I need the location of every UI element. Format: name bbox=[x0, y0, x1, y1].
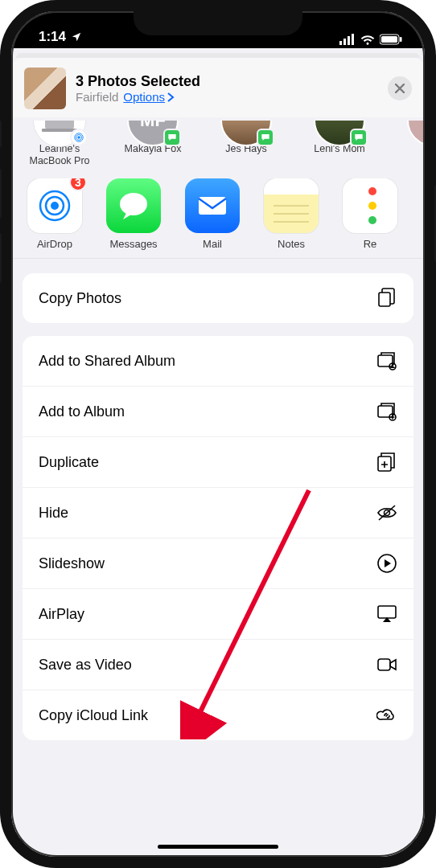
hide-icon bbox=[376, 502, 397, 523]
notification-badge: 3 bbox=[69, 178, 87, 191]
svg-rect-16 bbox=[199, 197, 226, 215]
svg-rect-1 bbox=[343, 39, 346, 45]
action-add-album[interactable]: Add to Album bbox=[23, 387, 413, 437]
action-copy-icloud-link[interactable]: Copy iCloud Link bbox=[23, 690, 413, 740]
status-time: 1:14 bbox=[39, 29, 66, 45]
shared-album-icon bbox=[376, 350, 397, 371]
action-add-shared-album[interactable]: Add to Shared Album bbox=[23, 336, 413, 387]
share-app-airdrop[interactable]: 3 AirDrop bbox=[26, 178, 84, 250]
share-target[interactable]: Leanne's MacBook Pro bbox=[26, 121, 93, 167]
messages-badge-icon bbox=[257, 129, 274, 146]
action-slideshow[interactable]: Slideshow bbox=[23, 538, 413, 589]
action-label: Save as Video bbox=[39, 657, 132, 674]
messages-badge-icon bbox=[350, 129, 368, 146]
action-hide[interactable]: Hide bbox=[23, 488, 413, 538]
svg-rect-30 bbox=[378, 606, 396, 618]
mute-switch[interactable] bbox=[0, 121, 2, 148]
svg-rect-3 bbox=[352, 34, 354, 45]
selection-thumbnail bbox=[24, 68, 66, 109]
action-copy-photos[interactable]: Copy Photos bbox=[23, 273, 413, 323]
share-target[interactable]: MF Makayla Fox bbox=[119, 121, 187, 167]
icloud-link-icon bbox=[376, 705, 397, 726]
share-app-notes[interactable]: Notes bbox=[262, 178, 320, 250]
svg-rect-0 bbox=[339, 41, 342, 45]
actions-list: Copy Photos Add to Shared Album Add to A… bbox=[11, 259, 425, 740]
svg-line-28 bbox=[379, 506, 395, 520]
svg-rect-20 bbox=[379, 293, 390, 306]
action-label: Add to Shared Album bbox=[39, 353, 175, 370]
mail-icon bbox=[194, 187, 231, 224]
action-label: Duplicate bbox=[39, 454, 99, 471]
share-targets-row[interactable]: Leanne's MacBook Pro MF Makayla Fox Jes … bbox=[11, 117, 425, 174]
app-label: Re bbox=[364, 238, 377, 250]
svg-point-9 bbox=[77, 136, 80, 139]
action-label: Slideshow bbox=[39, 555, 105, 572]
close-button[interactable] bbox=[388, 76, 412, 100]
close-icon bbox=[395, 84, 405, 93]
messages-badge-icon bbox=[163, 129, 181, 146]
action-duplicate[interactable]: Duplicate bbox=[23, 437, 413, 488]
airplay-icon bbox=[376, 604, 397, 624]
app-label: Mail bbox=[203, 238, 222, 250]
home-indicator[interactable] bbox=[158, 845, 278, 849]
share-apps-row[interactable]: 3 AirDrop Messages Mail Notes bbox=[11, 174, 425, 259]
svg-rect-7 bbox=[45, 121, 74, 129]
slideshow-icon bbox=[376, 553, 397, 574]
action-label: Copy iCloud Link bbox=[39, 707, 148, 724]
svg-point-15 bbox=[120, 193, 147, 215]
share-target[interactable]: Jes Hays bbox=[212, 121, 280, 167]
share-target[interactable]: Leni's Mom bbox=[306, 121, 373, 167]
svg-rect-2 bbox=[348, 36, 350, 45]
action-label: Hide bbox=[39, 505, 68, 522]
avatar bbox=[407, 121, 425, 146]
share-sheet-header: 3 Photos Selected Fairfield Options bbox=[11, 58, 425, 117]
battery-icon bbox=[380, 34, 402, 45]
action-save-as-video[interactable]: Save as Video bbox=[23, 640, 413, 690]
app-label: Messages bbox=[109, 238, 157, 250]
notes-icon bbox=[264, 178, 319, 233]
svg-rect-5 bbox=[381, 36, 397, 43]
airdrop-badge-icon bbox=[70, 129, 88, 146]
share-app-messages[interactable]: Messages bbox=[105, 178, 162, 250]
svg-point-12 bbox=[51, 202, 59, 210]
options-link[interactable]: Options bbox=[123, 90, 175, 104]
share-app-more[interactable]: Re bbox=[341, 178, 399, 250]
volume-up-button[interactable] bbox=[0, 169, 2, 219]
screen: 1:14 3 Photos Selected Fairfield Options bbox=[11, 11, 425, 857]
copy-icon bbox=[376, 288, 397, 309]
share-target-label: Leanne's MacBook Pro bbox=[26, 143, 93, 167]
selection-location: Fairfield bbox=[76, 90, 118, 104]
action-label: Add to Album bbox=[39, 403, 125, 420]
video-icon bbox=[376, 654, 397, 675]
app-label: AirDrop bbox=[37, 238, 72, 250]
svg-rect-6 bbox=[400, 37, 402, 42]
airdrop-icon bbox=[34, 185, 76, 227]
volume-down-button[interactable] bbox=[0, 233, 2, 283]
selection-title: 3 Photos Selected bbox=[76, 73, 378, 90]
action-label: Copy Photos bbox=[39, 290, 121, 307]
add-album-icon bbox=[376, 401, 397, 422]
reminders-icon bbox=[364, 187, 376, 224]
location-icon bbox=[71, 31, 82, 43]
cellular-icon bbox=[339, 34, 356, 45]
share-target[interactable]: R N bbox=[399, 121, 425, 167]
svg-point-23 bbox=[392, 364, 394, 366]
notch bbox=[134, 11, 302, 35]
app-label: Notes bbox=[278, 238, 305, 250]
svg-rect-31 bbox=[378, 659, 390, 670]
wifi-icon bbox=[360, 34, 375, 45]
action-label: AirPlay bbox=[39, 606, 84, 623]
messages-icon bbox=[115, 187, 152, 224]
action-airplay[interactable]: AirPlay bbox=[23, 589, 413, 640]
share-app-mail[interactable]: Mail bbox=[183, 178, 241, 250]
duplicate-icon bbox=[376, 452, 397, 473]
